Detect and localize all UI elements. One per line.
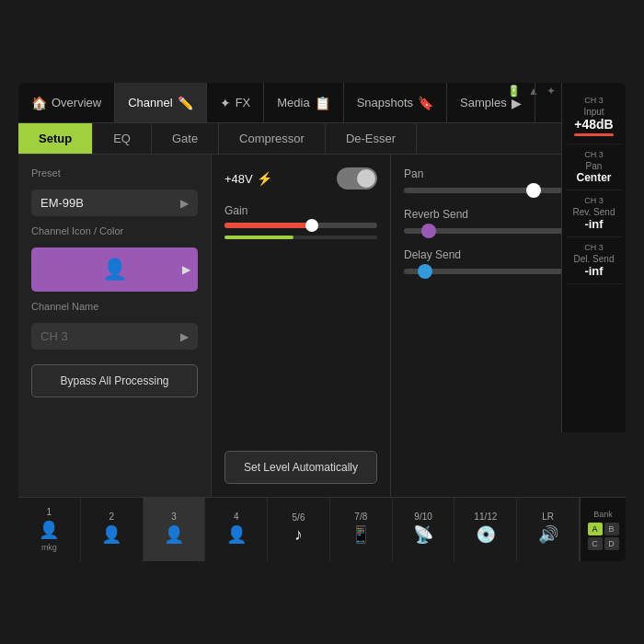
left-panel: Preset EM-99B ▶ Channel Icon / Color 👤 ▶… (18, 155, 212, 497)
person-3-icon: 👤 (164, 524, 184, 545)
nav-overview[interactable]: 🏠 Overview (18, 83, 115, 122)
disc-icon: 💿 (476, 524, 496, 545)
tab-gate[interactable]: Gate (152, 123, 219, 154)
speaker-icon: 🔊 (538, 524, 558, 545)
ch-btn-4[interactable]: 4 👤 (205, 498, 268, 561)
preset-arrow-icon: ▶ (180, 197, 189, 210)
nav-media[interactable]: Media 📋 (264, 83, 343, 122)
gain-fill (224, 223, 316, 228)
bt-icon: ✦ (546, 85, 556, 98)
main-screen: 🔋 ▲ ✦ 🏠 Overview Channel ✏️ ✦ FX Media 📋… (18, 83, 626, 561)
ch-btn-1[interactable]: 1 👤 mkg (18, 498, 81, 561)
tab-de-esser[interactable]: De-Esser (326, 123, 417, 154)
phantom-label: +48V ⚡ (224, 171, 272, 186)
home-icon: 🏠 (31, 96, 47, 110)
nav-fx-label: FX (236, 96, 251, 109)
sparkle-icon: ✦ (220, 96, 231, 110)
gain-label: Gain (224, 204, 377, 217)
gain-knob[interactable] (305, 219, 318, 232)
nav-channel-label: Channel (128, 96, 172, 109)
tab-eq[interactable]: EQ (93, 123, 152, 154)
channel-icon-arrow: ▶ (182, 263, 190, 276)
top-nav: 🏠 Overview Channel ✏️ ✦ FX Media 📋 Snaps… (18, 83, 626, 123)
ch-btn-1112[interactable]: 11/12 💿 (454, 498, 517, 561)
preset-value: EM-99B (40, 196, 84, 210)
nav-channel[interactable]: Channel ✏️ (115, 83, 206, 122)
bypass-all-processing-button[interactable]: Bypass All Processing (31, 364, 198, 397)
toggle-knob (357, 169, 375, 188)
ch-btn-78[interactable]: 7/8 📱 (330, 498, 393, 561)
tab-setup[interactable]: Setup (18, 123, 93, 154)
bookmark-icon: 🔖 (418, 96, 433, 110)
nav-snapshots-label: Snapshots (357, 96, 413, 109)
pan-knob[interactable] (526, 183, 541, 198)
sub-tabs: Setup EQ Gate Compressor De-Esser (18, 123, 626, 155)
play-icon: ▶ (512, 96, 522, 110)
nav-samples-label: Samples (460, 96, 507, 109)
person-4-icon: 👤 (226, 524, 247, 545)
bank-selector: Bank A B C D (580, 498, 626, 561)
nav-media-label: Media (277, 96, 309, 109)
bolt-icon: ⚡ (257, 171, 272, 186)
tab-compressor[interactable]: Compressor (219, 123, 326, 154)
nav-snapshots[interactable]: Snapshots 🔖 (344, 83, 447, 122)
reverb-knob[interactable] (421, 224, 436, 238)
gain-meter-fill (224, 236, 293, 239)
channel-icon-selector[interactable]: 👤 ▶ (31, 247, 198, 292)
channel-name-field[interactable]: CH 3 ▶ (31, 323, 198, 350)
nav-samples[interactable]: Samples ▶ (447, 83, 535, 122)
ch-block-reverb: CH 3 Rev. Send -inf (566, 190, 622, 237)
ch-btn-3[interactable]: 3 👤 (144, 498, 206, 561)
ch-btn-lr[interactable]: LR 🔊 (517, 498, 580, 561)
ch-btn-56[interactable]: 5/6 ♪ (268, 498, 330, 561)
phantom-power-toggle[interactable] (337, 167, 377, 190)
preset-label: Preset (31, 167, 198, 178)
edit-icon: ✏️ (178, 96, 193, 110)
bank-btn-a[interactable]: A (588, 523, 603, 535)
cast-icon: 📡 (413, 524, 433, 545)
person-1-icon: 👤 (39, 520, 59, 540)
mid-panel: +48V ⚡ Gain Set Level Automatically (212, 155, 391, 497)
channel-name-arrow: ▶ (180, 330, 189, 343)
gain-section: Gain (224, 204, 377, 239)
ch-block-delay: CH 3 Del. Send -inf (566, 237, 622, 284)
channel-name-label: Channel Name (31, 301, 198, 312)
music-icon: ♪ (294, 525, 303, 545)
bank-btn-c[interactable]: C (588, 537, 603, 550)
person-icon: 👤 (102, 258, 127, 282)
channel-strip: CH 3 Input +48dB CH 3 Pan Center CH 3 Re… (561, 155, 626, 432)
nav-fx[interactable]: ✦ FX (207, 83, 265, 122)
person-2-icon: 👤 (101, 524, 121, 545)
ch-btn-2[interactable]: 2 👤 (81, 498, 144, 561)
gain-meter (224, 236, 377, 239)
ch-btn-910[interactable]: 9/10 📡 (393, 498, 455, 561)
channel-name-value: CH 3 (40, 329, 68, 343)
set-level-automatically-button[interactable]: Set Level Automatically (224, 451, 377, 484)
delay-knob[interactable] (418, 264, 432, 279)
media-icon: 📋 (315, 96, 330, 110)
bank-label: Bank (593, 510, 613, 519)
preset-selector[interactable]: EM-99B ▶ (31, 190, 198, 216)
gain-slider[interactable] (224, 223, 377, 228)
bank-btn-b[interactable]: B (604, 523, 619, 535)
main-content: Preset EM-99B ▶ Channel Icon / Color 👤 ▶… (18, 155, 626, 497)
bank-btn-d[interactable]: D (604, 537, 619, 550)
phantom-power-row: +48V ⚡ (224, 167, 377, 190)
bottom-channel-strip: 1 👤 mkg 2 👤 3 👤 4 👤 5/6 ♪ 7/8 📱 (18, 497, 626, 561)
phone-icon: 📱 (351, 524, 371, 545)
ch-block-pan: CH 3 Pan Center (566, 155, 622, 190)
bank-buttons: A B C D (588, 523, 619, 550)
channel-icon-label: Channel Icon / Color (31, 225, 198, 236)
nav-overview-label: Overview (52, 96, 101, 109)
